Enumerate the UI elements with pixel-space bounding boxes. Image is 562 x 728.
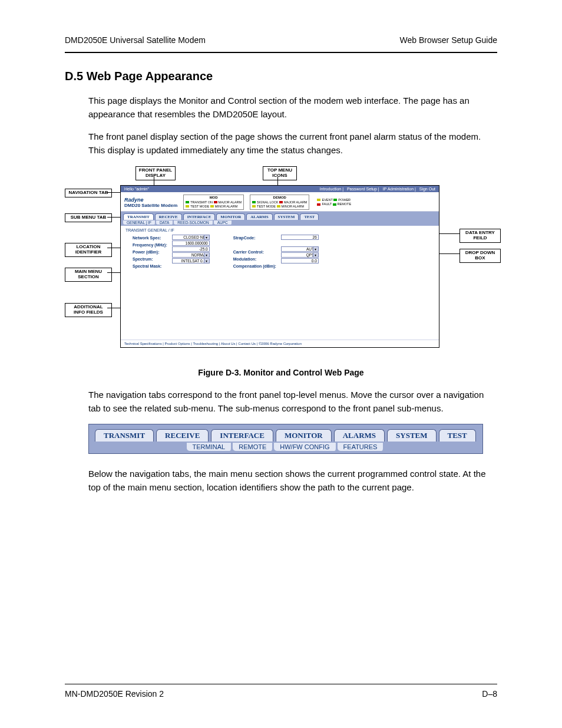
led-icon bbox=[252, 201, 256, 203]
label-spectral-mask: Spectral Mask: bbox=[133, 263, 167, 270]
callout-line bbox=[107, 192, 120, 193]
link-introduction[interactable]: Introduction bbox=[320, 187, 342, 191]
callout-front-panel: FRONT PANELDISPLAY bbox=[135, 166, 176, 180]
ss-right-labels: StrapCode: Carrier Control: Modulation: … bbox=[233, 235, 276, 270]
led-icon bbox=[210, 205, 214, 207]
header-rule bbox=[65, 52, 497, 53]
tab-system[interactable]: SYSTEM bbox=[274, 213, 299, 220]
ss-location: TRANSMIT GENERAL / IF bbox=[121, 226, 439, 233]
led-group-demod: DEMOD SIGNAL LOCK MAJOR ALARM TEST MODE … bbox=[250, 195, 309, 210]
footer-right: D–8 bbox=[482, 689, 497, 699]
callout-line bbox=[107, 248, 120, 248]
ss-left-fields: CLOSED NET 1600.000000 -25.0 NORMAL INTE… bbox=[172, 235, 210, 270]
field-modulation[interactable]: QPSK bbox=[281, 252, 319, 258]
field-spectrum[interactable]: NORMAL bbox=[172, 252, 210, 258]
field-frequency[interactable]: 1600.000000 bbox=[172, 241, 210, 246]
subtab-data[interactable]: DATA bbox=[156, 220, 174, 225]
tab-test[interactable]: TEST bbox=[300, 213, 319, 220]
tab-test[interactable]: TEST bbox=[439, 429, 476, 442]
led-label: TEST MODE bbox=[190, 205, 209, 208]
tab-transmit[interactable]: TRANSMIT bbox=[95, 429, 154, 442]
led-label: MAJOR ALARM bbox=[284, 200, 307, 204]
callout-line bbox=[438, 233, 459, 234]
screenshot-monitor-control: Hello "admin" Introduction | Password Se… bbox=[120, 185, 439, 348]
field-network-spec[interactable]: CLOSED NET bbox=[172, 235, 210, 240]
ss-navbar: TRANSMIT RECEIVE INTERFACE MONITOR ALARM… bbox=[121, 212, 439, 220]
callout-top-menu: TOP MENUICONS bbox=[263, 166, 297, 180]
field-carrier-control[interactable]: AUTO bbox=[281, 246, 319, 252]
tab-monitor[interactable]: MONITOR bbox=[276, 429, 332, 442]
led-label: TEST MODE bbox=[257, 205, 276, 208]
callout-line bbox=[107, 272, 120, 273]
tab-monitor[interactable]: MONITOR bbox=[216, 213, 245, 220]
ss2-tabs: TRANSMIT RECEIVE INTERFACE MONITOR ALARM… bbox=[91, 429, 480, 442]
led-label: MINOR ALARM bbox=[282, 205, 305, 208]
tab-alarms[interactable]: ALARMS bbox=[334, 429, 385, 442]
led-icon bbox=[277, 205, 280, 207]
subtab-features[interactable]: FEATURES bbox=[338, 443, 385, 451]
ss-col-left: Network Spec: Frequency (MHz): Power (dB… bbox=[133, 235, 210, 270]
tab-transmit[interactable]: TRANSMIT bbox=[123, 213, 154, 220]
ss-brandrow: Radyne DMD20 Satellite Modem MOD TRANSMI… bbox=[121, 192, 439, 212]
subtab-terminal[interactable]: TERMINAL bbox=[187, 443, 233, 451]
section-title: D.5 Web Page Appearance bbox=[65, 70, 497, 83]
led-label: FAULT bbox=[322, 202, 332, 206]
page-header: DMD2050E Universal Satellite Modem Web B… bbox=[65, 35, 497, 45]
paragraph-3: The navigation tabs correspond to the fr… bbox=[65, 388, 497, 416]
led-icon bbox=[279, 201, 283, 203]
led-label: REMOTE bbox=[338, 202, 352, 206]
ss-topbar: Hello "admin" Introduction | Password Se… bbox=[121, 186, 439, 192]
label-power: Power (dBm): bbox=[133, 249, 167, 256]
field-compensation[interactable]: 0.0 bbox=[281, 258, 319, 263]
callout-additional: ADDITIONALINFO FIELDS bbox=[65, 303, 112, 317]
ss2-subtabs: TERMINAL REMOTE HW/FW CONFIG FEATURES bbox=[91, 443, 480, 451]
tab-interface[interactable]: INTERFACE bbox=[211, 429, 273, 442]
paragraph-4: Below the navigation tabs, the main menu… bbox=[65, 467, 497, 495]
tab-receive[interactable]: RECEIVE bbox=[155, 213, 182, 220]
callout-main-menu: MAIN MENUSECTION bbox=[65, 268, 112, 282]
subtab-remote[interactable]: REMOTE bbox=[233, 443, 274, 451]
footer-left: MN-DMD2050E Revision 2 bbox=[65, 689, 164, 699]
field-spectral-mask[interactable]: INTELSAT 0.35 bbox=[172, 258, 210, 263]
tab-interface[interactable]: INTERFACE bbox=[183, 213, 216, 220]
led-label: EVENT bbox=[322, 198, 332, 202]
subtab-general-if[interactable]: GENERAL | IF bbox=[123, 220, 156, 225]
led-title-mod: MOD bbox=[186, 196, 242, 200]
callout-nav-tab: NAVIGATION TAB bbox=[65, 189, 112, 197]
led-label: POWER bbox=[338, 198, 351, 202]
field-power[interactable]: -25.0 bbox=[172, 246, 210, 252]
ss-hello: Hello "admin" bbox=[124, 187, 149, 191]
callout-line bbox=[107, 217, 120, 218]
label-modulation: Modulation: bbox=[233, 256, 276, 263]
callout-location: LOCATIONIDENTIFIER bbox=[65, 243, 112, 257]
led-group-gen: EVENT POWER FAULT REMOTE bbox=[315, 197, 353, 207]
callout-sub-menu: SUB MENU TAB bbox=[65, 213, 112, 222]
led-icon bbox=[317, 203, 320, 206]
tab-receive[interactable]: RECEIVE bbox=[156, 429, 209, 442]
ss-right-fields: 26 . AUTO QPSK 0.0 bbox=[281, 235, 319, 270]
link-ip-admin[interactable]: IP Administration bbox=[383, 187, 414, 191]
link-password-setup[interactable]: Password Setup bbox=[347, 187, 377, 191]
ss-footer: Technical Specifications | Product Optio… bbox=[121, 340, 439, 347]
subtab-aupc[interactable]: AUPC bbox=[214, 220, 233, 225]
label-carrier-control: Carrier Control: bbox=[233, 249, 276, 256]
field-strapcode[interactable]: 26 bbox=[281, 235, 319, 240]
callout-line bbox=[107, 308, 120, 308]
led-label: TRANSMIT ON bbox=[190, 200, 213, 204]
subtab-reed-solomon[interactable]: REED-SOLOMON bbox=[174, 220, 213, 225]
callout-line bbox=[438, 253, 459, 254]
tab-system[interactable]: SYSTEM bbox=[387, 429, 436, 442]
link-sign-out[interactable]: Sign Out bbox=[419, 187, 435, 191]
screenshot-nav-closeup: TRANSMIT RECEIVE INTERFACE MONITOR ALARM… bbox=[88, 424, 483, 454]
label-blank bbox=[233, 242, 276, 249]
callout-data-entry: DATA ENTRYFEILD bbox=[459, 229, 501, 243]
led-icon bbox=[333, 199, 337, 201]
led-icon bbox=[186, 201, 189, 203]
paragraph-1: This page displays the Monitor and Contr… bbox=[65, 94, 497, 121]
tab-alarms[interactable]: ALARMS bbox=[246, 213, 272, 220]
label-compensation: Compensation (dBm): bbox=[233, 263, 276, 270]
subtab-hwfw-config[interactable]: HW/FW CONFIG bbox=[274, 443, 337, 451]
led-icon bbox=[214, 201, 217, 203]
led-label: MINOR ALARM bbox=[215, 205, 238, 208]
led-title-demod: DEMOD bbox=[252, 196, 307, 200]
